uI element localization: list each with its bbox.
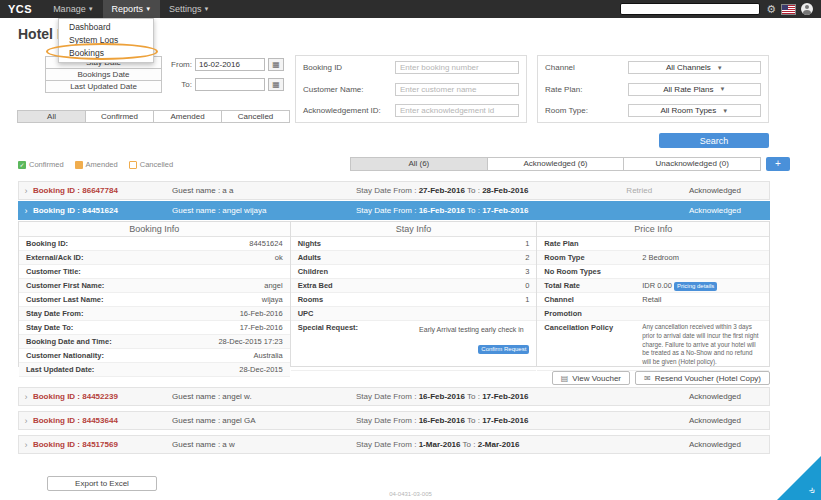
guest-name: Guest name : angel GA <box>172 416 356 425</box>
export-to-excel-button[interactable]: Export to Excel <box>47 476 157 491</box>
tab-cancelled[interactable]: Cancelled <box>221 110 290 123</box>
expand-chevron-icon[interactable]: › <box>19 392 33 402</box>
booking-info-title: Booking Info <box>19 222 290 237</box>
tab-all[interactable]: All <box>17 110 86 123</box>
last-updated-date-button[interactable]: Last Updated Date <box>45 80 162 93</box>
room-type-select[interactable]: All Room Types▼ <box>628 104 761 117</box>
stay-dates: Stay Date From : 1-Mar-2016 To : 2-Mar-2… <box>356 440 590 449</box>
booking-note: Retried <box>590 186 689 195</box>
ack-status: Acknowledged <box>689 186 769 195</box>
detail-row: Rooms1 <box>291 293 537 307</box>
chevron-down-icon: ▼ <box>204 6 210 12</box>
customer-name-input[interactable] <box>395 83 519 96</box>
amended-square-icon <box>75 161 83 169</box>
cancelled-square-icon <box>129 161 137 169</box>
add-booking-button[interactable]: + <box>766 157 790 171</box>
detail-row: No Room Types <box>537 265 769 279</box>
cancellation-policy-row: Cancellation Policy Any cancellation rec… <box>537 321 769 371</box>
calendar-icon[interactable]: ▦ <box>268 58 284 71</box>
booking-id: Booking ID : 84451624 <box>33 206 172 215</box>
stay-info-title: Stay Info <box>291 222 537 237</box>
tab-acknowledged[interactable]: Acknowledged (6) <box>487 157 625 171</box>
chevron-down-icon: ▼ <box>717 65 723 71</box>
booking-id: Booking ID : 84453644 <box>33 416 172 425</box>
room-type-row: Room Type: All Room Types▼ <box>545 104 761 117</box>
booking-id-input[interactable] <box>395 61 519 74</box>
tab-unacknowledged[interactable]: Unacknowledged (0) <box>623 157 761 171</box>
legend-cancelled: Cancelled <box>129 160 173 169</box>
room-type-label: Room Type: <box>545 106 628 115</box>
language-flag-icon[interactable] <box>782 5 795 14</box>
detail-row: Customer Nationality:Australia <box>19 349 290 363</box>
navbar-right: ⚙ <box>620 0 813 18</box>
gear-icon[interactable]: ⚙ <box>766 0 776 18</box>
chevron-down-icon: ▼ <box>720 86 726 92</box>
detail-row: Stay Date From:16-Feb-2016 <box>19 307 290 321</box>
ack-status: Acknowledged <box>689 440 769 449</box>
to-date-input[interactable] <box>195 78 265 91</box>
ack-status: Acknowledged <box>689 206 769 215</box>
app-logo: YCS <box>8 3 32 15</box>
feedback-corner-ribbon[interactable] <box>777 456 821 500</box>
detail-row: Booking Date and Time:28-Dec-2015 17:23 <box>19 335 290 349</box>
view-voucher-button[interactable]: ▤View Voucher <box>552 371 630 385</box>
detail-row: Customer First Name:angel <box>19 279 290 293</box>
acknowledgement-tabs: All (6) Acknowledged (6) Unacknowledged … <box>351 157 761 171</box>
price-info-column: Price Info Rate Plan Room Type2 Bedroom … <box>537 222 769 366</box>
nav-item-manage[interactable]: Manage▼ <box>44 0 102 18</box>
tab-all-count[interactable]: All (6) <box>350 157 488 171</box>
confirm-request-button[interactable]: Confirm Request <box>478 345 529 354</box>
booking-id-label: Booking ID <box>303 63 395 72</box>
ack-status: Acknowledged <box>689 392 769 401</box>
status-legend: ✓Confirmed Amended Cancelled <box>18 160 173 169</box>
expand-chevron-icon[interactable]: › <box>19 440 33 450</box>
nav-item-reports[interactable]: Reports▼ <box>103 0 160 18</box>
booking-id-row: Booking ID <box>303 61 519 74</box>
booking-row[interactable]: › Booking ID : 84453644 Guest name : ang… <box>18 411 770 430</box>
rate-plan-select[interactable]: All Rate Plans▼ <box>628 83 761 96</box>
tab-amended[interactable]: Amended <box>153 110 222 123</box>
ack-status: Acknowledged <box>689 416 769 425</box>
rate-plan-label: Rate Plan: <box>545 85 628 94</box>
guest-name: Guest name : a a <box>172 186 356 195</box>
ack-id-input[interactable] <box>395 104 519 117</box>
booking-row[interactable]: › Booking ID : 84452239 Guest name : ang… <box>18 387 770 406</box>
channel-select[interactable]: All Channels▼ <box>628 61 761 74</box>
from-date-input[interactable] <box>195 58 265 71</box>
to-date-row: To: ▦ <box>166 78 284 91</box>
envelope-icon: ✉ <box>644 374 651 383</box>
customer-name-label: Customer Name: <box>303 85 395 94</box>
special-request-text: Early Arrival testing early check in <box>413 323 529 336</box>
guest-name: Guest name : angel wijaya <box>172 206 356 215</box>
menu-item-bookings[interactable]: Bookings <box>59 47 153 60</box>
pricing-details-button[interactable]: Pricing details <box>674 282 717 291</box>
expand-chevron-icon[interactable]: › <box>19 186 33 196</box>
top-navbar: YCS Manage▼ Reports▼ Settings▼ ⚙ <box>0 0 821 18</box>
resend-voucher-button[interactable]: ✉Resend Voucher (Hotel Copy) <box>635 371 770 385</box>
booking-row[interactable]: › Booking ID : 86647784 Guest name : a a… <box>18 181 770 200</box>
ack-id-label: Acknowledgement ID: <box>303 106 395 115</box>
global-search-input[interactable] <box>620 3 760 15</box>
nav-item-settings[interactable]: Settings▼ <box>160 0 218 18</box>
stay-dates: Stay Date From : 27-Feb-2016 To : 28-Feb… <box>356 186 590 195</box>
user-avatar-icon[interactable] <box>801 3 813 15</box>
stay-info-column: Stay Info Nights1 Adults2 Children3 Extr… <box>291 222 538 366</box>
expand-chevron-icon[interactable]: › <box>19 416 33 426</box>
detail-row: UPC <box>291 307 537 321</box>
booking-id: Booking ID : 86647784 <box>33 186 172 195</box>
menu-item-system-logs[interactable]: System Logs <box>59 34 153 47</box>
tab-confirmed[interactable]: Confirmed <box>85 110 154 123</box>
to-label: To: <box>166 80 192 89</box>
booking-id: Booking ID : 84452239 <box>33 392 172 401</box>
search-button[interactable]: Search <box>659 133 769 148</box>
expand-chevron-icon[interactable]: › <box>19 206 33 216</box>
booking-row[interactable]: › Booking ID : 84517569 Guest name : a w… <box>18 435 770 454</box>
booking-row-selected[interactable]: › Booking ID : 84451624 Guest name : ang… <box>18 201 770 220</box>
detail-row: Room Type2 Bedroom <box>537 251 769 265</box>
menu-item-dashboard[interactable]: Dashboard <box>59 21 153 34</box>
chevron-down-icon: ▼ <box>145 6 151 12</box>
calendar-icon[interactable]: ▦ <box>268 78 284 91</box>
stay-dates: Stay Date From : 16-Feb-2016 To : 17-Feb… <box>356 392 590 401</box>
stay-dates: Stay Date From : 16-Feb-2016 To : 17-Feb… <box>356 416 590 425</box>
confirmed-check-icon: ✓ <box>18 161 26 169</box>
